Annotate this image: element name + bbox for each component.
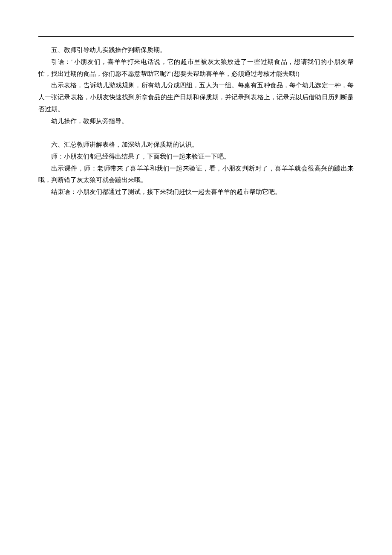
document-content: 五、教师引导幼儿实践操作判断保质期。 引语："小朋友们，喜羊羊打来电话说，它的超… [38, 44, 354, 198]
section-5-p2: 出示表格，告诉幼儿游戏规则，所有幼儿分成四组，五人为一组。每桌有五种食品，每个幼… [38, 80, 354, 115]
section-5-heading: 五、教师引导幼儿实践操作判断保质期。 [38, 44, 354, 56]
section-6-p1: 师：小朋友们都已经得出结果了，下面我们一起来验证一下吧。 [38, 151, 354, 163]
section-6-p2: 出示课件，师：老师带来了喜羊羊和我们一起来验证，看，小朋友判断对了，喜羊羊就会很… [38, 163, 354, 187]
section-5-p1: 引语："小朋友们，喜羊羊打来电话说，它的超市里被灰太狼放进了一些过期食品，想请我… [38, 56, 354, 80]
section-gap [38, 127, 354, 139]
horizontal-separator [38, 36, 354, 37]
section-5-p3: 幼儿操作，教师从旁指导。 [38, 116, 354, 127]
section-6-heading: 六、汇总教师讲解表格，加深幼儿对保质期的认识。 [38, 139, 354, 151]
section-6-p3: 结束语：小朋友们都通过了测试，接下来我们赶快一起去喜羊羊的超市帮助它吧。 [38, 186, 354, 198]
